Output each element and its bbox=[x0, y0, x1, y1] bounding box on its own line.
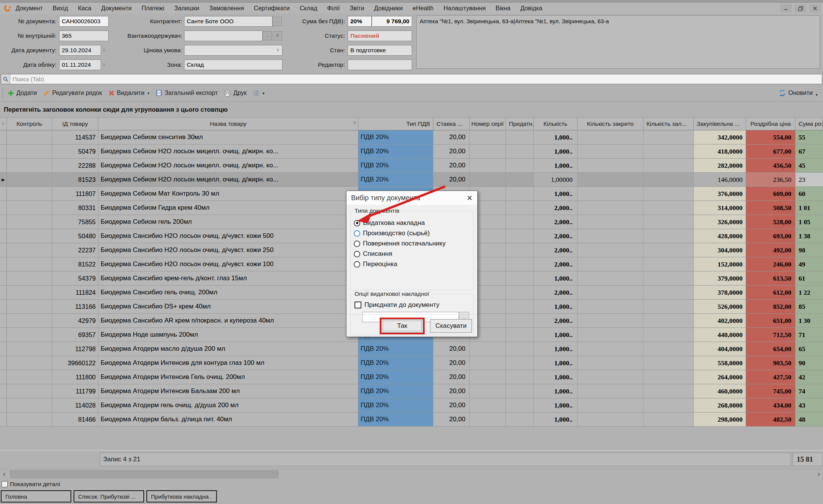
cell-name[interactable]: Биодерма Атодерм бальз. д/лица пит. 40мл bbox=[98, 413, 358, 426]
cell-id[interactable]: 112798 bbox=[52, 342, 98, 356]
cell-vat[interactable]: ПДВ 20% bbox=[358, 384, 433, 398]
cell-serial[interactable] bbox=[470, 159, 506, 172]
cell-indicator[interactable] bbox=[0, 229, 7, 243]
contractor-lookup-button[interactable]: ... bbox=[273, 17, 282, 26]
cell-indicator[interactable]: ▶ bbox=[0, 173, 7, 186]
cell-rate[interactable]: 20,00 bbox=[433, 370, 470, 384]
bottom-tab[interactable]: Список: Прибуткові ... bbox=[74, 490, 144, 502]
cell-expiry[interactable] bbox=[506, 173, 534, 186]
column-header-retail[interactable]: Роздрібна ціна bbox=[746, 118, 796, 130]
cell-purchase[interactable]: 378,0000 bbox=[694, 286, 746, 299]
cell-qty[interactable]: 1,000.. bbox=[534, 356, 578, 370]
delete-dropdown-icon[interactable]: ▾ bbox=[148, 91, 149, 95]
cell-qty_closed[interactable] bbox=[578, 215, 643, 229]
cell-qty_closed[interactable] bbox=[578, 413, 643, 426]
cell-id[interactable]: 114537 bbox=[52, 130, 98, 144]
table-row[interactable]: 111799Биодерма Атодерм Интенсив Бальзам … bbox=[0, 384, 823, 398]
cell-purchase[interactable]: 402,0000 bbox=[694, 314, 746, 327]
cell-qty_closed[interactable] bbox=[578, 300, 643, 313]
cell-purchase[interactable]: 152,0000 bbox=[694, 257, 746, 271]
cell-qty_closed[interactable] bbox=[578, 159, 643, 172]
cell-sum[interactable]: 1 38 bbox=[796, 229, 823, 243]
internal-no-field[interactable] bbox=[59, 30, 109, 41]
cell-qty[interactable]: 1,000.. bbox=[534, 342, 578, 356]
cell-rate[interactable]: 20,00 bbox=[433, 173, 470, 186]
cell-vat[interactable]: ПДВ 20% bbox=[358, 173, 433, 186]
cell-name[interactable]: Биодерма Себиом гель 200мл bbox=[98, 215, 358, 229]
cell-serial[interactable] bbox=[470, 130, 506, 144]
cell-id[interactable]: 111799 bbox=[52, 384, 98, 398]
bottom-tab[interactable]: Прибуткова накладна . bbox=[146, 490, 217, 502]
cell-vat[interactable]: ПДВ 20% bbox=[358, 370, 433, 384]
cell-serial[interactable] bbox=[470, 342, 506, 356]
cell-id[interactable]: 111824 bbox=[52, 286, 98, 299]
group-by-panel[interactable]: Перетягніть заголовок колонки сюди для у… bbox=[0, 101, 823, 117]
cell-serial[interactable] bbox=[470, 384, 506, 398]
cell-control[interactable] bbox=[7, 300, 52, 313]
cell-qty_left[interactable] bbox=[643, 130, 694, 144]
cell-sum[interactable]: 90 bbox=[796, 356, 823, 370]
cell-id[interactable]: 39660122 bbox=[52, 356, 98, 370]
menu-item[interactable]: Налаштування bbox=[444, 5, 486, 12]
attach-to-document-option[interactable]: Приєднати до документу bbox=[355, 301, 470, 309]
cell-sum[interactable]: 48 bbox=[796, 413, 823, 426]
cell-vat[interactable]: ПДВ 20% bbox=[358, 342, 433, 356]
cell-indicator[interactable] bbox=[0, 286, 7, 299]
cell-retail[interactable]: 434,00 bbox=[746, 398, 796, 412]
cell-purchase[interactable]: 314,0000 bbox=[694, 201, 746, 215]
cell-retail[interactable]: 613,50 bbox=[746, 271, 796, 285]
search-icon[interactable] bbox=[1, 74, 10, 84]
column-header-purchase[interactable]: Закупівельна ... bbox=[694, 118, 746, 130]
cell-qty[interactable]: 1,000.. bbox=[534, 144, 578, 158]
cell-name[interactable]: Биодерма Ноде шампунь 200мл bbox=[98, 328, 358, 342]
cell-name[interactable]: Биодерма Атодерм Интенсив Гель очищ. 200… bbox=[98, 370, 358, 384]
cell-qty[interactable]: 1,000.. bbox=[534, 300, 578, 313]
cell-expiry[interactable] bbox=[506, 201, 534, 215]
cell-vat[interactable]: ПДВ 20% bbox=[358, 356, 433, 370]
cell-rate[interactable]: 20,00 bbox=[433, 130, 470, 144]
cell-expiry[interactable] bbox=[506, 271, 534, 285]
cell-retail[interactable]: 903,50 bbox=[746, 356, 796, 370]
cell-sum[interactable]: 1 22 bbox=[796, 286, 823, 299]
cell-id[interactable]: 81523 bbox=[52, 173, 98, 186]
table-row[interactable]: 81466Биодерма Атодерм бальз. д/лица пит.… bbox=[0, 413, 823, 427]
cell-qty_left[interactable] bbox=[643, 356, 694, 370]
cell-qty_left[interactable] bbox=[643, 215, 694, 229]
cell-indicator[interactable] bbox=[0, 413, 7, 426]
cell-id[interactable]: 81522 bbox=[52, 257, 98, 271]
cell-qty_closed[interactable] bbox=[578, 328, 643, 342]
cell-retail[interactable]: 427,50 bbox=[746, 370, 796, 384]
cell-qty[interactable]: 1,00000 bbox=[534, 173, 578, 186]
cell-qty_closed[interactable] bbox=[578, 356, 643, 370]
cell-retail[interactable]: 246,00 bbox=[746, 257, 796, 271]
cell-expiry[interactable] bbox=[506, 356, 534, 370]
cell-name[interactable]: Биодерма Себиом Мат Контроль 30 мл bbox=[98, 187, 358, 201]
menu-item[interactable]: Платежі bbox=[142, 5, 165, 12]
cell-purchase[interactable]: 146,0000 bbox=[694, 173, 746, 186]
contractor-field[interactable] bbox=[184, 16, 273, 27]
cell-sum[interactable]: 67 bbox=[796, 144, 823, 158]
cell-qty_closed[interactable] bbox=[578, 314, 643, 327]
cell-id[interactable]: 22288 bbox=[52, 159, 98, 172]
cell-qty_closed[interactable] bbox=[578, 130, 643, 144]
cell-name[interactable]: Биодерма Себиом Гидра крем 40мл bbox=[98, 201, 358, 215]
cell-control[interactable] bbox=[7, 173, 52, 186]
cell-sum[interactable]: 1 05 bbox=[796, 215, 823, 229]
cell-expiry[interactable] bbox=[506, 300, 534, 313]
cell-purchase[interactable]: 526,0000 bbox=[694, 300, 746, 313]
cell-retail[interactable]: 492,00 bbox=[746, 243, 796, 257]
cell-control[interactable] bbox=[7, 384, 52, 398]
cell-qty[interactable]: 1,000.. bbox=[534, 398, 578, 412]
cell-name[interactable]: Биодерма Сансибио Н2О лосьон очищ. д/чув… bbox=[98, 243, 358, 257]
doc-date-field[interactable] bbox=[59, 45, 101, 56]
cell-sum[interactable]: 98 bbox=[796, 243, 823, 257]
show-details-checkbox[interactable] bbox=[2, 481, 8, 487]
cell-expiry[interactable] bbox=[506, 243, 534, 257]
consignee-lookup-button[interactable]: ... bbox=[263, 31, 272, 40]
dialog-titlebar[interactable]: Вибір типу документа ✕ bbox=[347, 191, 477, 205]
cell-id[interactable]: 54379 bbox=[52, 271, 98, 285]
column-header-qty[interactable]: Кількість bbox=[534, 118, 578, 130]
cell-control[interactable] bbox=[7, 130, 52, 144]
cell-sum[interactable]: 71 bbox=[796, 328, 823, 342]
cell-retail[interactable]: 482,50 bbox=[746, 413, 796, 426]
